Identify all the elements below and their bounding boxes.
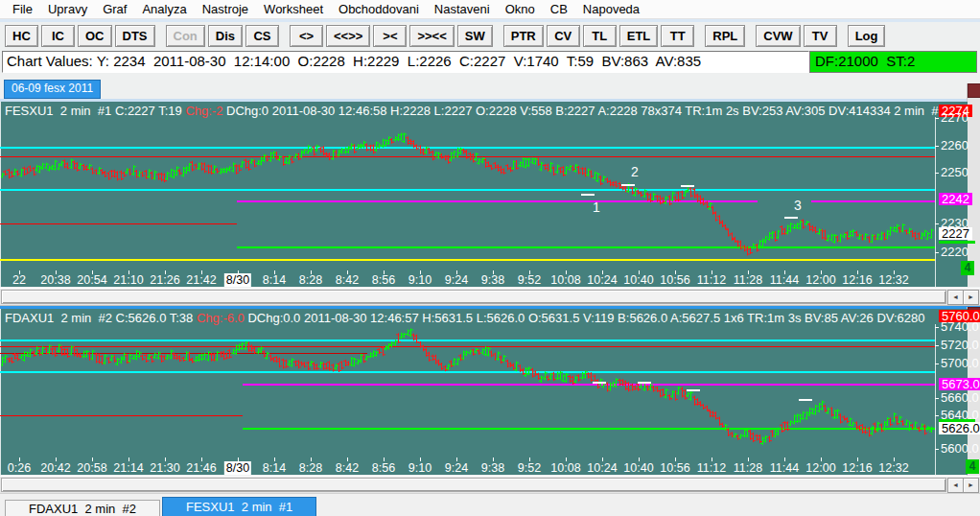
toolbar-button-ltltgtgt[interactable]: <<>> — [326, 25, 370, 47]
menu-item-graf[interactable]: Graf — [95, 1, 134, 17]
time-axis-label: 11:12 — [697, 461, 726, 475]
toolbar-button-ptr[interactable]: PTR — [503, 25, 544, 47]
time-axis-label: 9:24 — [445, 461, 468, 475]
time-axis-label: 9:10 — [408, 461, 432, 475]
time-axis-label: 21:30 — [150, 461, 179, 475]
scroll-left-icon[interactable]: ◄ — [947, 290, 964, 305]
menu-item-okno[interactable]: Okno — [498, 1, 543, 17]
toolbar-button-etl[interactable]: ETL — [619, 25, 659, 47]
toolbar-button-tl[interactable]: TL — [583, 25, 617, 47]
chart1-h-scrollbar[interactable]: ◄ ► — [0, 288, 980, 306]
bottom-tab-fdaxu1[interactable]: FDAXU1 2 min #2 — [5, 500, 160, 516]
price-axis-label: 5660.0 — [941, 391, 979, 404]
toolbar-button-cv[interactable]: CV — [547, 25, 580, 47]
time-axis-label: 12:32 — [878, 273, 908, 287]
price-tick — [935, 345, 939, 346]
menu-item-file[interactable]: File — [5, 1, 40, 17]
trade-number-label: 3 — [794, 198, 802, 213]
scroll-left-icon[interactable]: ◄ — [947, 478, 964, 493]
toolbar-button-ic[interactable]: IC — [41, 25, 75, 47]
header-segment: DChg:0.0 2011-08-30 12:46:57 H:5631.5 L:… — [245, 311, 925, 325]
toolbar-group: CVWTV — [756, 25, 839, 47]
price-marker-magenta: 5673.0 — [939, 378, 980, 390]
time-axis-label: 12:00 — [805, 461, 835, 475]
toolbar-button-con[interactable]: Con — [166, 25, 205, 47]
price-tick — [935, 223, 939, 224]
bottom-tab-fesxu1[interactable]: FESXU1 2 min #1 — [162, 497, 316, 516]
time-axis-label: 21:14 — [113, 461, 143, 475]
toolbar-group: Log — [848, 25, 889, 47]
price-tick — [935, 415, 939, 416]
worksheet-tab[interactable]: 06-09 fesx 2011 — [4, 80, 101, 99]
toolbar-button-cs[interactable]: CS — [245, 25, 279, 47]
price-axis-label: 5600.0 — [941, 442, 979, 455]
price-tick — [935, 327, 939, 328]
menu-item-nastaveni[interactable]: Nastaveni — [427, 1, 498, 17]
price-tick — [935, 146, 939, 147]
price-axis-label: 5700.0 — [941, 357, 979, 369]
menu-item-cb[interactable]: CB — [543, 1, 575, 17]
menu-item-worksheet[interactable]: Worksheet — [256, 1, 331, 17]
scroll-right-icon[interactable]: ► — [963, 478, 979, 493]
time-axis-label: 8:28 — [299, 461, 322, 475]
price-axis-label: 5720.0 — [941, 339, 979, 351]
chart-panel-fdaxu1[interactable]: FDAXU1 2 min #2 C:5626.0 T:38 Chg:-6.0 D… — [0, 309, 968, 475]
toolbar-button-oc[interactable]: OC — [78, 25, 112, 47]
price-axis-label: 2260 — [941, 139, 968, 152]
depth-badge: 4 — [961, 261, 974, 275]
toolbar-button-log[interactable]: Log — [848, 25, 886, 47]
time-axis-label: 10:08 — [550, 461, 580, 475]
header-segment: Chg:-6.0 — [197, 311, 245, 325]
time-axis-label: 12:32 — [878, 461, 908, 475]
chart-header-fesxu1: FESXU1 2 min #1 C:2227 T:19 Chg:-2 DChg:… — [5, 104, 939, 118]
time-axis-label: 8:42 — [336, 461, 359, 475]
toolbar-button-sw[interactable]: SW — [457, 25, 493, 47]
toolbar-group: ConDisCS — [166, 25, 283, 47]
menu-item-upravy[interactable]: Upravy — [40, 1, 95, 17]
time-axis-label: 12:16 — [842, 273, 872, 287]
menu-item-obchoddovani[interactable]: Obchoddovani — [331, 1, 427, 17]
price-tick — [935, 173, 939, 174]
scrollbar-thumb[interactable] — [1, 290, 946, 304]
time-axis-label: 9:52 — [518, 273, 541, 287]
price-tick — [935, 449, 939, 450]
time-axis-label: 8:28 — [299, 273, 322, 287]
scroll-right-icon[interactable]: ► — [963, 290, 979, 305]
chart-values-bar: Chart Values: Y: 2234 2011-08-30 12:14:0… — [0, 51, 980, 74]
time-axis-label: 10:56 — [660, 461, 689, 475]
toolbar-button-ltgt[interactable]: <> — [290, 25, 323, 47]
toolbar-button-dis[interactable]: Dis — [208, 25, 243, 47]
menu-item-analyza[interactable]: Analyza — [134, 1, 194, 17]
chart-panel-fesxu1[interactable]: FESXU1 2 min #1 C:2227 T:19 Chg:-2 DChg:… — [0, 102, 968, 287]
menu-separator — [0, 19, 980, 22]
header-segment: FDAXU1 2 min #2 C:5626.0 T:38 — [5, 311, 197, 325]
toolbar-button-tv[interactable]: TV — [804, 25, 837, 47]
scrollbar-thumb[interactable] — [1, 478, 946, 492]
time-axis-label: 12:16 — [842, 461, 872, 475]
header-segment: Chg:-2 — [185, 104, 222, 118]
menu-item-napoveda[interactable]: Napoveda — [575, 1, 647, 17]
toolbar-button-hc[interactable]: HC — [5, 25, 38, 47]
chart2-h-scrollbar[interactable]: ◄ ► — [0, 476, 980, 494]
toolbar-button-gtgtltlt[interactable]: >><< — [409, 25, 454, 47]
toolbar-button-rpl[interactable]: RPL — [705, 25, 745, 47]
time-axis-label: 20:42 — [40, 461, 70, 475]
bottom-tab-bar: FDAXU1 2 min #2FESXU1 2 min #1 — [0, 493, 980, 516]
depth-badge: 4 — [966, 459, 979, 474]
header-segment: DChg:0 2011-08-30 12:46:58 H:2228 L:2227… — [222, 104, 938, 118]
time-axis-label: 10:08 — [550, 273, 580, 287]
time-axis-label: 8:14 — [263, 273, 286, 287]
toolbar-button-gtlt[interactable]: >< — [373, 25, 407, 47]
axis-separator — [935, 324, 936, 475]
toolbar-button-tt[interactable]: TT — [661, 25, 694, 47]
toolbar-button-dts[interactable]: DTS — [115, 25, 155, 47]
menu-item-nastroje[interactable]: Nastroje — [195, 1, 256, 17]
time-axis-label: 21:46 — [186, 461, 216, 475]
pane-handle-icon[interactable] — [968, 83, 980, 98]
time-axis-label: 0:26 — [8, 461, 31, 475]
time-axis-label: 20:58 — [77, 461, 106, 475]
time-axis-label: 20:38 — [40, 273, 70, 287]
toolbar-button-cvw[interactable]: CVW — [756, 25, 800, 47]
time-axis-label: 10:24 — [587, 461, 617, 475]
time-axis-label: 8:42 — [336, 273, 359, 287]
